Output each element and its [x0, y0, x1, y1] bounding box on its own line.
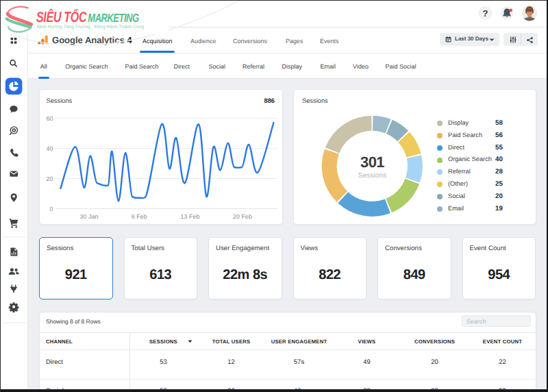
- svg-text:20 Feb: 20 Feb: [233, 213, 252, 220]
- svg-text:?: ?: [483, 8, 488, 19]
- svg-text:30 Jan: 30 Jan: [79, 213, 98, 220]
- svg-text:20: 20: [46, 175, 53, 182]
- svg-text:40: 40: [46, 145, 53, 152]
- svg-text:60: 60: [46, 115, 53, 122]
- svg-text:13 Feb: 13 Feb: [180, 213, 199, 220]
- svg-text:0: 0: [49, 206, 53, 212]
- svg-text:6 Feb: 6 Feb: [132, 213, 147, 220]
